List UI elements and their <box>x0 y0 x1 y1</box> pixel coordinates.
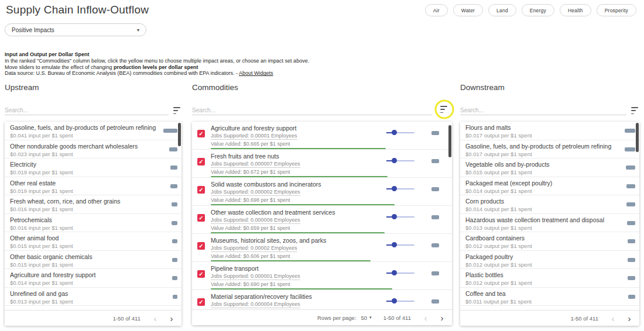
production-slider[interactable] <box>386 158 415 164</box>
list-item: Corn products$0.014 output per $1 spent <box>460 195 639 214</box>
item-bar-icon <box>627 221 635 225</box>
downstream-card: Flours and malts$0.017 output per $1 spe… <box>460 122 639 326</box>
commodity-checkbox[interactable]: ✓ <box>197 158 205 166</box>
production-slider[interactable] <box>386 270 415 276</box>
list-item: Gasoline, fuels, and by-products of petr… <box>5 122 181 140</box>
item-bar-icon <box>625 129 635 133</box>
next-page-button[interactable]: › <box>623 314 636 323</box>
upstream-card: Gasoline, fuels, and by-products of petr… <box>5 122 181 326</box>
list-item <box>460 306 639 310</box>
value-added: Value Added: $0.698 per $1 spent <box>211 197 375 203</box>
item-value: $0.012 output per $1 spent <box>465 261 615 268</box>
item-bar-icon <box>163 129 177 133</box>
item-name: Other basic organic chemicals <box>10 253 157 260</box>
item-name: Pipeline transport <box>211 265 375 272</box>
impact-button-water[interactable]: Water <box>453 4 483 16</box>
slider-thumb[interactable] <box>392 298 397 304</box>
item-name: Packaged poultry <box>465 253 615 260</box>
commodities-list: ✓Agriculture and forestry supportJobs Su… <box>192 122 452 309</box>
commodities-column: Commodities ✓Agriculture and forestry su… <box>192 83 452 325</box>
list-item: Gasoline, fuels, and by-products of petr… <box>460 140 639 159</box>
impact-button-prosperity[interactable]: Prosperity <box>597 4 636 16</box>
list-item: Packaged meat (except poultry)$0.014 out… <box>460 177 639 196</box>
slider-thumb[interactable] <box>392 270 397 275</box>
production-slider[interactable] <box>386 186 415 192</box>
production-slider[interactable] <box>386 242 415 248</box>
next-page-button[interactable]: › <box>165 314 178 323</box>
sort-filter-icon[interactable] <box>173 106 181 115</box>
production-slider[interactable] <box>386 298 415 304</box>
commodity-checkbox[interactable]: ✓ <box>197 270 205 278</box>
description-line2-text: Move sliders to emulate the effect of ch… <box>5 64 114 70</box>
impact-button-energy[interactable]: Energy <box>522 4 554 16</box>
slider-thumb[interactable] <box>392 130 397 135</box>
list-item: Hazardous waste collection treatment and… <box>460 214 639 233</box>
item-bar-icon <box>628 295 635 299</box>
commodity-checkbox[interactable]: ✓ <box>197 214 205 222</box>
item-value: $0.016 input per $1 spent <box>10 206 157 212</box>
upstream-column: Upstream Gasoline, fuels, and by-product… <box>5 83 181 326</box>
prev-page-button[interactable]: ‹ <box>419 313 432 322</box>
description-line1: In the ranked "Commodities" column below… <box>5 58 309 64</box>
impact-set-value: Positive Impacts <box>12 27 54 33</box>
rows-per-page-label: Rows per page: <box>317 315 357 321</box>
sort-filter-icon[interactable] <box>631 106 639 115</box>
pagination-range: 1-50 of 411 <box>571 315 598 322</box>
slider-thumb[interactable] <box>392 158 397 163</box>
scrollbar-thumb[interactable] <box>636 123 639 152</box>
jobs-supported: Jobs Supported: 0.000001 Employees <box>211 273 300 280</box>
prev-page-button[interactable]: ‹ <box>607 314 619 323</box>
commodity-checkbox[interactable]: ✓ <box>197 186 205 194</box>
search-input[interactable] <box>460 106 626 115</box>
scrollbar-thumb[interactable] <box>448 125 451 157</box>
slider-thumb[interactable] <box>392 242 397 247</box>
impact-button-air[interactable]: Air <box>425 4 448 16</box>
item-bar-icon <box>628 258 635 262</box>
commodities-header: Commodities <box>192 83 452 92</box>
item-name: Corn products <box>465 198 615 205</box>
description-line2-bold: production levels per dollar spent <box>114 64 198 70</box>
value-added: Value Added: $0.606 per $1 spent <box>211 253 375 259</box>
rows-per-page-select[interactable]: 50 ▾ <box>361 315 372 321</box>
list-item: Other basic organic chemicals$0.015 inpu… <box>5 251 181 270</box>
item-name: Electricity <box>10 161 157 168</box>
item-name: Petrochemicals <box>10 216 157 223</box>
item-value: $0.014 output per $1 spent <box>465 188 615 194</box>
item-name: Other animal food <box>10 235 157 242</box>
scrollbar-thumb[interactable] <box>178 123 181 146</box>
search-input[interactable] <box>5 106 169 115</box>
item-name: Gasoline, fuels, and by-products of petr… <box>465 143 615 150</box>
list-item: Other real estate$0.019 input per $1 spe… <box>5 177 181 196</box>
search-input[interactable] <box>192 106 432 115</box>
commodity-checkbox[interactable]: ✓ <box>197 298 205 306</box>
pagination-range: 1-50 of 411 <box>383 315 411 321</box>
commodity-checkbox[interactable]: ✓ <box>197 130 205 137</box>
impact-button-land[interactable]: Land <box>488 4 516 16</box>
prev-page-button[interactable]: ‹ <box>149 314 162 323</box>
upstream-list: Gasoline, fuels, and by-products of petr… <box>5 122 181 310</box>
list-item: Cardboard containers$0.012 output per $1… <box>460 232 639 251</box>
item-value: $0.041 input per $1 spent <box>10 132 157 139</box>
commodity-checkbox[interactable]: ✓ <box>197 242 205 250</box>
item-bar-icon <box>431 243 439 247</box>
item-bar-icon <box>169 147 177 151</box>
next-page-button[interactable]: › <box>436 313 448 322</box>
item-name: Material separation/recovery facilities <box>211 293 375 300</box>
impact-button-health[interactable]: Health <box>560 4 591 16</box>
item-bar-icon <box>626 184 635 188</box>
commodity-row: ✓Fresh fruits and tree nutsJobs Supporte… <box>192 150 452 178</box>
value-added: Value Added: $0.690 per $1 spent <box>211 281 375 287</box>
item-value: $0.017 output per $1 spent <box>465 151 615 157</box>
description-heading: Input and Output per Dollar Spent <box>5 51 309 58</box>
slider-thumb[interactable] <box>392 186 397 191</box>
item-value: $0.014 input per $1 spent <box>10 280 157 286</box>
impact-menu-icon[interactable] <box>440 105 448 114</box>
item-name: Other waste collection and treatment ser… <box>211 209 375 216</box>
production-slider[interactable] <box>386 130 415 136</box>
slider-thumb[interactable] <box>392 214 397 219</box>
list-item: Vegetable oils and by-products$0.015 out… <box>460 158 639 177</box>
list-item: Packaged poultry$0.012 output per $1 spe… <box>460 251 639 270</box>
production-slider[interactable] <box>386 214 415 220</box>
impact-set-dropdown[interactable]: Positive Impacts ▾ <box>5 23 146 36</box>
about-widgets-link[interactable]: About Widgets <box>239 70 273 76</box>
